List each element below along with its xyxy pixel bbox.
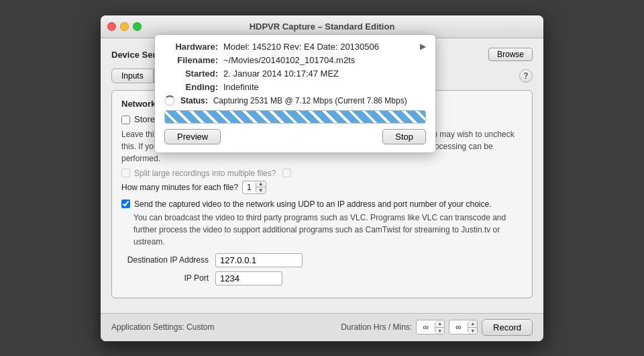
duration-label: Duration Hrs / Mins: xyxy=(341,322,412,332)
store-video-checkbox[interactable] xyxy=(121,116,130,124)
help-button[interactable]: ? xyxy=(519,69,533,83)
bottom-bar: Application Settings: Custom Duration Hr… xyxy=(101,313,543,341)
progress-bar xyxy=(164,110,426,124)
browse-button[interactable]: Browse xyxy=(488,48,533,61)
minutes-down-arrow[interactable]: ▼ xyxy=(256,187,266,194)
network-udp-row: Send the captured video to the network u… xyxy=(121,199,523,209)
network-udp-label: Send the captured video to the network u… xyxy=(134,199,492,209)
split-checkbox[interactable] xyxy=(121,169,130,177)
maximize-button[interactable] xyxy=(133,22,142,31)
minutes-label: How many minutes for each file? xyxy=(121,183,238,192)
duration-group: Duration Hrs / Mins: ∞ ▲ ▼ ∞ ▲ ▼ Record xyxy=(341,319,533,336)
popup-ending-row: Ending: Indefinite xyxy=(164,82,426,92)
duration-mins-value: ∞ xyxy=(449,322,468,332)
popup-started-row: Started: 2. Januar 2014 10:17:47 MEZ xyxy=(164,69,426,79)
ip-address-row: Destination IP Address xyxy=(121,253,523,267)
ip-label: Destination IP Address xyxy=(121,255,209,265)
popup-ending-key: Ending: xyxy=(164,82,218,92)
mins-down-arrow[interactable]: ▼ xyxy=(468,328,477,335)
duration-hrs-stepper: ∞ ▲ ▼ xyxy=(416,320,445,335)
network-desc: You can broadcast the video to third par… xyxy=(133,212,523,248)
hrs-up-arrow[interactable]: ▲ xyxy=(435,320,444,328)
window-title: HDPVR Capture – Standard Edition xyxy=(250,21,395,32)
split-row: Split large recordings into multiple fil… xyxy=(121,169,523,178)
popup-buttons: Preview Stop xyxy=(164,129,426,144)
progress-fill xyxy=(165,111,425,123)
app-settings-value: Custom xyxy=(186,322,214,332)
duration-mins-stepper: ∞ ▲ ▼ xyxy=(449,320,478,335)
hrs-down-arrow[interactable]: ▼ xyxy=(435,328,444,335)
popup-hardware-key: Hardware: xyxy=(164,42,218,52)
mins-up-arrow[interactable]: ▲ xyxy=(468,320,477,328)
progress-section: Status: Capturing 2531 MB @ 7.12 Mbps (C… xyxy=(164,95,426,124)
popup-started-key: Started: xyxy=(164,69,218,79)
app-settings-label: Application Settings: Custom xyxy=(111,322,214,332)
port-label: IP Port xyxy=(121,273,209,283)
ip-address-input[interactable] xyxy=(215,253,303,267)
preview-button[interactable]: Preview xyxy=(164,129,221,144)
status-val: Capturing 2531 MB @ 7.12 Mbps (Current 7… xyxy=(213,96,407,105)
network-udp-checkbox[interactable] xyxy=(121,199,130,208)
popup-filename-key: Filename: xyxy=(164,55,218,65)
minutes-row: How many minutes for each file? 1 ▲ ▼ xyxy=(121,181,523,194)
minutes-up-arrow[interactable]: ▲ xyxy=(256,181,266,188)
record-button[interactable]: Record xyxy=(482,319,533,336)
popup-hardware-val: Model: 145210 Rev: E4 Date: 20130506 xyxy=(223,42,420,52)
popup-started-val: 2. Januar 2014 10:17:47 MEZ xyxy=(223,69,426,79)
port-input[interactable] xyxy=(215,271,282,285)
popup-filename-val: ~/Movies/20140102_101704.m2ts xyxy=(223,55,426,65)
minutes-value: 1 xyxy=(243,183,256,192)
spinner-icon xyxy=(164,95,175,106)
popup-ending-val: Indefinite xyxy=(223,82,426,92)
popup-arrow: ▶ xyxy=(420,42,426,51)
popup-hardware-row: Hardware: Model: 145210 Rev: E4 Date: 20… xyxy=(164,42,426,52)
tab-inputs[interactable]: Inputs xyxy=(111,69,154,83)
duration-hrs-value: ∞ xyxy=(417,322,435,332)
split-checkbox2[interactable] xyxy=(282,169,291,177)
minutes-stepper: 1 ▲ ▼ xyxy=(242,181,266,194)
window-controls xyxy=(107,22,142,31)
status-row: Status: Capturing 2531 MB @ 7.12 Mbps (C… xyxy=(164,95,426,106)
status-text: Status: xyxy=(180,96,208,105)
status-popup: Hardware: Model: 145210 Rev: E4 Date: 20… xyxy=(154,34,436,153)
close-button[interactable] xyxy=(107,22,116,31)
popup-filename-row: Filename: ~/Movies/20140102_101704.m2ts xyxy=(164,55,426,65)
port-row: IP Port xyxy=(121,271,523,285)
minimize-button[interactable] xyxy=(120,22,129,31)
split-label: Split large recordings into multiple fil… xyxy=(134,169,276,178)
stop-button[interactable]: Stop xyxy=(382,129,426,144)
